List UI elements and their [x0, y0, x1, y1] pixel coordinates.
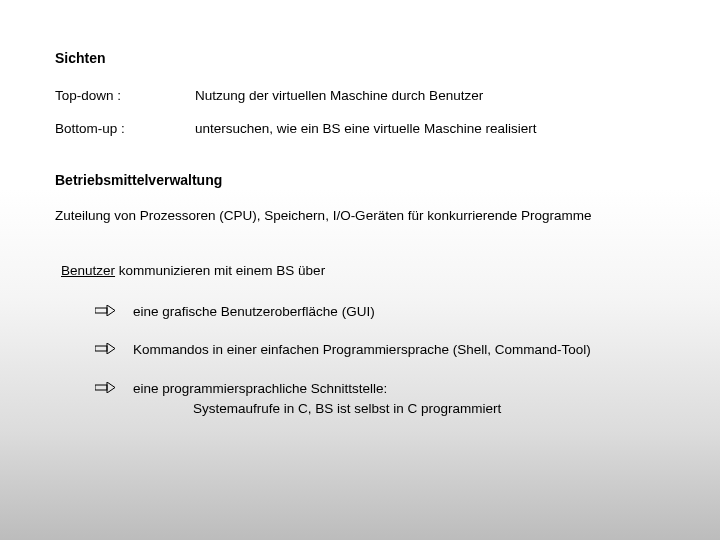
list-item: Kommandos in einer einfachen Programmier…: [95, 340, 670, 360]
bullet3-line2: Systemaufrufe in C, BS ist selbst in C p…: [133, 399, 501, 419]
svg-rect-0: [95, 308, 107, 313]
arrow-icon: [95, 342, 115, 357]
svg-marker-3: [107, 343, 115, 354]
section3-heading: Benutzer kommunizieren mit einem BS über: [61, 263, 670, 278]
bullet-list: eine grafische Benutzeroberfläche (GUI) …: [95, 302, 670, 419]
row-label: Top-down :: [55, 88, 195, 103]
bullet-text: eine grafische Benutzeroberfläche (GUI): [133, 302, 670, 322]
arrow-icon: [95, 381, 115, 396]
arrow-icon: [95, 304, 115, 319]
row-label: Bottom-up :: [55, 121, 195, 136]
list-item: eine programmiersprachliche Schnittstell…: [95, 379, 670, 420]
bullet3-line1: eine programmiersprachliche Schnittstell…: [133, 381, 387, 396]
row-value: Nutzung der virtuellen Maschine durch Be…: [195, 88, 670, 103]
row-bottom-up: Bottom-up : untersuchen, wie ein BS eine…: [55, 121, 670, 136]
list-item: eine grafische Benutzeroberfläche (GUI): [95, 302, 670, 322]
row-value: untersuchen, wie ein BS eine virtuelle M…: [195, 121, 670, 136]
svg-marker-1: [107, 305, 115, 316]
bullet-text: Kommandos in einer einfachen Programmier…: [133, 340, 670, 360]
section2-heading: Betriebsmittelverwaltung: [55, 172, 670, 188]
bullet-text: eine programmiersprachliche Schnittstell…: [133, 379, 670, 420]
section2-text: Zuteilung von Prozessoren (CPU), Speiche…: [55, 208, 670, 223]
section3-heading-rest: kommunizieren mit einem BS über: [115, 263, 325, 278]
svg-rect-4: [95, 385, 107, 390]
row-top-down: Top-down : Nutzung der virtuellen Maschi…: [55, 88, 670, 103]
section3-heading-underlined: Benutzer: [61, 263, 115, 278]
section1-heading: Sichten: [55, 50, 670, 66]
svg-marker-5: [107, 382, 115, 393]
slide-content: Sichten Top-down : Nutzung der virtuelle…: [0, 0, 720, 419]
svg-rect-2: [95, 346, 107, 351]
